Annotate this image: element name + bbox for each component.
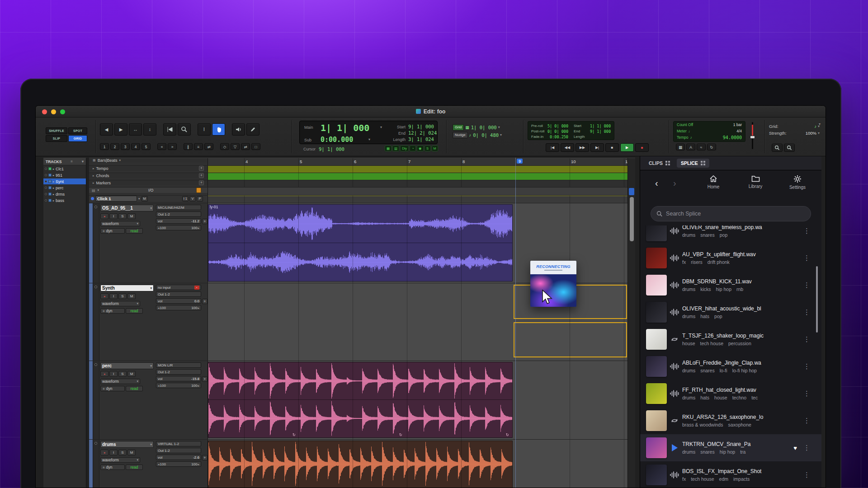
track-freeze-icon[interactable] (94, 286, 97, 288)
splice-scrollbar-thumb[interactable] (816, 266, 818, 333)
transport-end-value[interactable]: 9| 1| 000 (590, 129, 611, 134)
add-insert-button[interactable]: + (202, 299, 208, 304)
selection-end-value[interactable]: 12| 2| 024 (408, 130, 437, 136)
fadein-value[interactable]: 0:00.250 (550, 135, 568, 139)
sample-row[interactable]: ABLoFi_Freddie_Jingle_Clap.wa drumssnare… (640, 353, 821, 380)
track-freeze-icon[interactable] (94, 442, 97, 445)
automation-suspend-button[interactable] (686, 144, 695, 150)
sample-tag[interactable]: tech house (700, 341, 723, 346)
zoom-target-1-button[interactable] (772, 144, 783, 152)
zoom-target-2-button[interactable] (784, 144, 795, 152)
track-view-selector[interactable]: waveform (100, 221, 140, 226)
input-monitor-button[interactable]: I (109, 293, 118, 299)
elastic-audio-selector[interactable]: dyn (100, 386, 125, 391)
tempo-label[interactable]: Tempo (677, 135, 689, 140)
kebab-menu-icon[interactable] (803, 417, 810, 425)
sample-tag[interactable]: drift phonk (708, 259, 730, 265)
mute-button[interactable]: M (127, 371, 136, 377)
sample-tag[interactable]: fx (682, 259, 686, 265)
record-enable-button[interactable] (100, 213, 108, 219)
forward-button[interactable] (673, 178, 676, 188)
memory-location-2[interactable]: 2 (110, 143, 119, 150)
drop-target-bottom[interactable] (514, 322, 627, 357)
sample-artwork[interactable] (646, 383, 667, 404)
nudge-value-label[interactable]: Nudge (453, 132, 468, 138)
tab-back-button[interactable] (157, 143, 166, 150)
wave-view-button[interactable] (697, 144, 706, 150)
strength-menu-icon[interactable] (818, 131, 820, 135)
tab-splice[interactable]: SPLICE (677, 159, 709, 168)
audio-clip-drums[interactable] (208, 441, 513, 488)
automation-mode-selector[interactable]: read (126, 465, 143, 470)
sample-tag[interactable]: risers (691, 259, 703, 265)
memory-location-4[interactable]: 4 (131, 143, 140, 150)
volume-display[interactable]: vol-11.2 (156, 218, 201, 224)
track-freeze-icon[interactable] (94, 206, 97, 208)
track-view-selector[interactable]: waveform (100, 301, 140, 306)
tracks-list-item[interactable]: Synt (43, 178, 86, 184)
click-volume-button[interactable]: V (189, 196, 196, 202)
pan-display[interactable]: 100100 (156, 305, 201, 310)
selection-start-value[interactable]: 9| 1| 000 (408, 124, 434, 129)
track-color-strip[interactable] (89, 283, 93, 361)
meter-value[interactable]: 4/4 (736, 129, 742, 133)
tempo-value[interactable]: 94.0000 (723, 135, 742, 140)
add-marker-button[interactable]: + (199, 180, 204, 185)
volume-display[interactable]: vol-15.8 (156, 376, 201, 381)
grabber-tool-button[interactable] (212, 123, 225, 136)
scrubber-tool-button[interactable] (232, 123, 245, 136)
tracks-sidebar-header[interactable]: TRACKS (43, 158, 86, 165)
tab-forward-button[interactable] (168, 143, 177, 150)
add-tempo-event-button[interactable]: + (199, 166, 204, 171)
sample-tag[interactable]: hats (700, 314, 709, 319)
sample-artwork[interactable] (646, 248, 667, 268)
record-button[interactable] (635, 143, 649, 152)
sample-tag[interactable]: percussion (728, 341, 751, 346)
sample-tag[interactable]: lo-fi (720, 368, 727, 373)
memory-location-3[interactable]: 3 (121, 143, 130, 150)
shuffle-mode-button[interactable]: SHUFFLE (46, 127, 67, 134)
kebab-menu-icon[interactable] (803, 444, 810, 452)
heart-icon[interactable] (793, 445, 797, 451)
click-input-button[interactable]: I 1 (182, 196, 189, 202)
splice-search-bar[interactable] (651, 206, 811, 221)
countoff-value[interactable]: 1 bar (733, 122, 742, 127)
midi-merge-button[interactable] (676, 144, 685, 150)
elastic-audio-selector[interactable]: dyn (100, 228, 125, 234)
pan-display[interactable]: 100100 (156, 461, 201, 467)
kebab-menu-icon[interactable] (803, 281, 810, 289)
loop-toggle-button[interactable] (241, 143, 250, 150)
timeline-insertion-indicator[interactable] (385, 145, 392, 151)
click-track-name[interactable]: Click 1 (95, 196, 137, 202)
sample-tag[interactable]: drums (682, 232, 695, 238)
record-status-indicator[interactable] (417, 145, 424, 151)
tab-to-transient-button[interactable] (231, 143, 240, 150)
ruler-expand-icon[interactable] (93, 167, 94, 170)
tracks-list-item[interactable]: perc (43, 185, 86, 191)
solo-button[interactable]: S (118, 213, 127, 219)
tracks-collapse-icon[interactable] (82, 160, 84, 164)
tab-clips[interactable]: CLIPS (645, 159, 674, 168)
sample-tag[interactable]: drums (682, 449, 695, 455)
add-insert-button[interactable]: + (202, 219, 208, 224)
audio-clip-perc[interactable] (208, 362, 513, 438)
record-enable-button[interactable] (100, 293, 108, 299)
grid-mode-button[interactable]: GRID (68, 135, 87, 142)
input-monitor-button[interactable]: I (109, 213, 118, 219)
track-name[interactable]: drums (100, 441, 154, 448)
solo-status-indicator[interactable]: S (425, 145, 431, 151)
record-enable-button[interactable] (100, 371, 108, 377)
timeline-scrollbar[interactable] (627, 158, 635, 488)
sample-artwork[interactable] (646, 465, 667, 485)
toolbar-collapse-icon[interactable] (819, 122, 821, 126)
nudge-menu-icon[interactable] (500, 133, 502, 137)
input-monitor-button[interactable]: I (109, 450, 118, 455)
transport-start-value[interactable]: 1| 1| 000 (590, 124, 611, 128)
sub-counter-value[interactable]: 0:00.000 (321, 136, 353, 144)
sub-counter-menu-icon[interactable] (368, 137, 370, 141)
back-button[interactable] (655, 178, 658, 188)
tracks-list-item[interactable]: Clc1 (43, 166, 86, 172)
zoomer-tool-button[interactable] (178, 123, 191, 136)
mirror-edit-button[interactable] (220, 143, 229, 150)
volume-display[interactable]: vol0.0 (156, 298, 201, 304)
